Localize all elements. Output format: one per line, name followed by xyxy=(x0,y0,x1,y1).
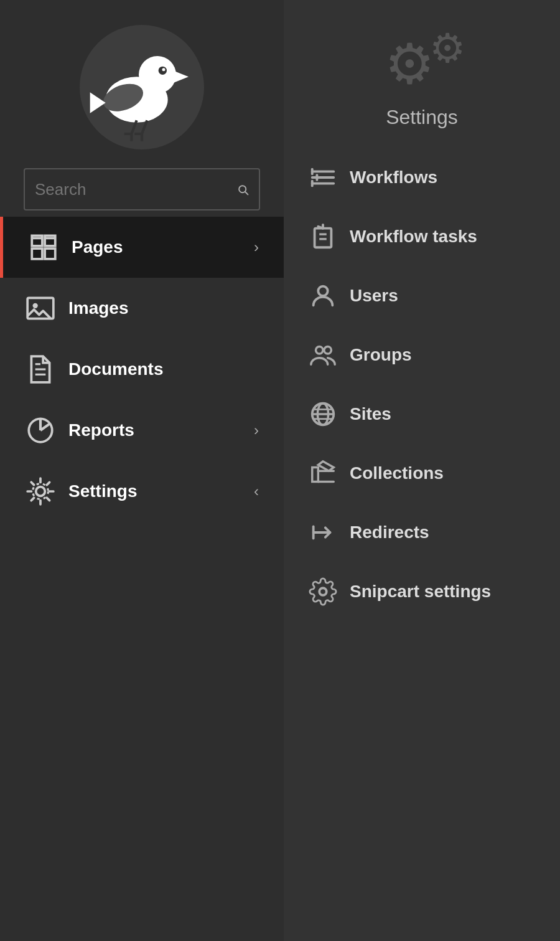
collections-label: Collections xyxy=(350,463,444,483)
settings-label: Settings xyxy=(68,481,254,501)
svg-point-6 xyxy=(162,68,166,71)
reports-arrow: › xyxy=(254,422,259,439)
users-icon xyxy=(309,281,337,310)
logo-bird-icon xyxy=(80,25,204,149)
snipcart-icon xyxy=(309,577,337,606)
settings-item-groups[interactable]: Groups xyxy=(284,325,560,384)
search-input[interactable] xyxy=(35,180,237,199)
settings-panel-title: Settings xyxy=(386,106,458,129)
settings-arrow: ‹ xyxy=(254,483,259,500)
settings-panel: ⚙ ⚙ Settings Workflows xyxy=(284,0,560,941)
settings-item-redirects[interactable]: Redirects xyxy=(284,503,560,562)
svg-point-33 xyxy=(318,286,327,295)
settings-item-sites[interactable]: Sites xyxy=(284,384,560,443)
sites-icon xyxy=(309,400,337,428)
settings-item-workflows[interactable]: Workflows xyxy=(284,148,560,207)
documents-icon xyxy=(25,354,56,385)
images-icon xyxy=(25,293,56,324)
svg-marker-4 xyxy=(90,92,106,113)
svg-point-22 xyxy=(36,487,45,496)
settings-header: ⚙ ⚙ Settings xyxy=(284,12,560,148)
pages-arrow: › xyxy=(254,239,259,256)
svg-rect-30 xyxy=(315,228,332,247)
gear-small-icon: ⚙ xyxy=(429,25,465,72)
workflow-tasks-icon xyxy=(309,222,337,251)
redirects-label: Redirects xyxy=(350,523,429,542)
svg-line-7 xyxy=(131,120,136,134)
collections-icon xyxy=(309,459,337,488)
reports-label: Reports xyxy=(68,420,254,440)
gear-large-icon: ⚙ xyxy=(385,31,435,97)
svg-point-39 xyxy=(319,588,327,595)
settings-item-users[interactable]: Users xyxy=(284,266,560,325)
settings-item-snipcart[interactable]: Snipcart settings xyxy=(284,562,560,621)
logo-area xyxy=(0,0,284,168)
images-label: Images xyxy=(68,298,259,318)
svg-marker-2 xyxy=(173,70,189,83)
search-icon xyxy=(237,184,249,196)
svg-line-8 xyxy=(142,120,147,134)
settings-gears-icon: ⚙ ⚙ xyxy=(378,25,465,93)
svg-line-14 xyxy=(245,192,248,194)
sidebar-item-images[interactable]: Images xyxy=(0,278,284,339)
users-label: Users xyxy=(350,286,398,306)
svg-point-16 xyxy=(33,303,38,308)
sidebar: Pages › Images Documents xyxy=(0,0,284,941)
sites-label: Sites xyxy=(350,404,391,424)
svg-rect-15 xyxy=(27,298,54,318)
search-button[interactable] xyxy=(237,184,249,196)
settings-nav-icon xyxy=(25,476,56,507)
search-box[interactable] xyxy=(24,168,260,210)
groups-label: Groups xyxy=(350,345,412,365)
sidebar-item-pages[interactable]: Pages › xyxy=(0,217,284,278)
redirects-icon xyxy=(309,518,337,547)
svg-point-1 xyxy=(139,56,176,93)
svg-point-35 xyxy=(324,346,332,354)
sidebar-item-reports[interactable]: Reports › xyxy=(0,400,284,461)
workflows-label: Workflows xyxy=(350,168,437,187)
snipcart-label: Snipcart settings xyxy=(350,582,491,602)
sidebar-item-documents[interactable]: Documents xyxy=(0,339,284,400)
settings-item-workflow-tasks[interactable]: Workflow tasks xyxy=(284,207,560,266)
svg-point-34 xyxy=(316,346,324,354)
pages-icon xyxy=(28,232,59,263)
sidebar-item-settings[interactable]: Settings ‹ xyxy=(0,461,284,522)
settings-item-collections[interactable]: Collections xyxy=(284,443,560,503)
documents-label: Documents xyxy=(68,359,259,379)
workflows-icon xyxy=(309,163,337,192)
groups-icon xyxy=(309,341,337,369)
reports-icon xyxy=(25,415,56,446)
pages-label: Pages xyxy=(72,237,254,257)
workflow-tasks-label: Workflow tasks xyxy=(350,227,477,247)
logo-circle xyxy=(80,25,204,149)
